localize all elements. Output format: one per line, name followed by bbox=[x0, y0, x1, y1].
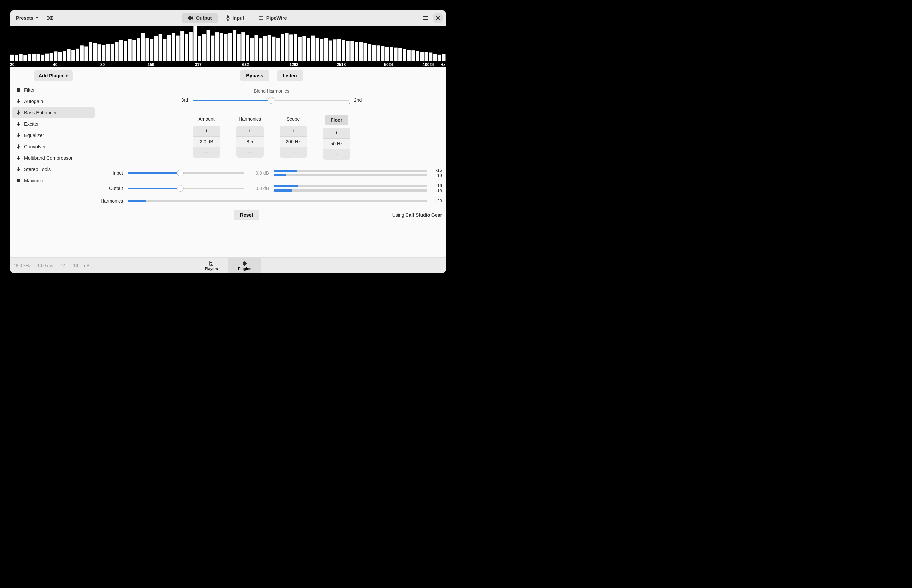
svg-rect-44 bbox=[193, 26, 197, 61]
add-plugin-wrap: Add Plugin bbox=[10, 70, 97, 84]
amount-minus-button[interactable]: − bbox=[193, 147, 220, 158]
titlebar-right bbox=[420, 13, 443, 23]
shuffle-icon bbox=[47, 16, 53, 20]
bypass-button[interactable]: Bypass bbox=[240, 70, 270, 81]
pipewire-icon bbox=[258, 16, 264, 20]
blend-slider[interactable]: 0 bbox=[193, 95, 349, 105]
output-gain-slider[interactable] bbox=[128, 185, 244, 192]
sidebar: Add Plugin FilterAutogainBass EnhancerEx… bbox=[10, 67, 97, 257]
amount-plus-button[interactable]: + bbox=[193, 126, 220, 136]
svg-rect-77 bbox=[337, 39, 341, 61]
sidebar-item-convolver[interactable]: Convolver bbox=[12, 141, 95, 152]
svg-rect-5 bbox=[23, 55, 27, 61]
amount-value[interactable]: 2.0 dB bbox=[193, 136, 220, 147]
plugin-item-label: Multiband Compressor bbox=[24, 155, 73, 161]
scope-plus-button[interactable]: + bbox=[280, 126, 307, 136]
sidebar-item-equalizer[interactable]: Equalizer bbox=[12, 130, 95, 141]
input-gain-slider[interactable] bbox=[128, 170, 244, 176]
svg-rect-76 bbox=[333, 39, 337, 61]
svg-rect-67 bbox=[294, 34, 297, 61]
harmonics-minus-button[interactable]: − bbox=[236, 147, 264, 158]
tab-input[interactable]: Input bbox=[220, 13, 250, 23]
scope-stepper-control: + 200 Hz − bbox=[280, 126, 307, 158]
plugin-list: FilterAutogainBass EnhancerExciterEquali… bbox=[10, 84, 97, 186]
blend-right-label: 2nd bbox=[354, 97, 362, 103]
svg-rect-69 bbox=[302, 36, 306, 61]
blend-fill bbox=[193, 100, 271, 101]
footer-tab-plugins[interactable]: Plugins bbox=[228, 258, 261, 273]
floor-label[interactable]: Floor bbox=[324, 115, 348, 125]
presets-button[interactable]: Presets bbox=[13, 13, 42, 23]
floor-minus-button[interactable]: − bbox=[323, 149, 350, 160]
shuffle-button[interactable] bbox=[45, 14, 55, 22]
harmonics-meter-row: Harmonics -23 bbox=[97, 198, 442, 204]
titlebar-tabs: Output Input PipeWire bbox=[55, 13, 420, 23]
status-samplerate: 48.0 kHz bbox=[13, 263, 31, 268]
sidebar-item-maximizer[interactable]: Maximizer bbox=[12, 175, 95, 186]
amount-label: Amount bbox=[196, 115, 217, 123]
svg-rect-54 bbox=[237, 34, 241, 61]
svg-rect-27 bbox=[119, 40, 123, 61]
floor-plus-button[interactable]: + bbox=[323, 128, 350, 138]
sidebar-item-exciter[interactable]: Exciter bbox=[12, 118, 95, 130]
amount-stepper: Amount + 2.0 dB − bbox=[193, 115, 220, 160]
sidebar-item-stereo-tools[interactable]: Stereo Tools bbox=[12, 164, 95, 175]
app-window: Presets Output Input PipeWire bbox=[10, 10, 446, 273]
listen-button[interactable]: Listen bbox=[277, 70, 303, 81]
svg-rect-46 bbox=[202, 34, 206, 61]
sidebar-item-autogain[interactable]: Autogain bbox=[12, 96, 95, 107]
svg-rect-34 bbox=[150, 39, 154, 61]
svg-rect-74 bbox=[324, 38, 328, 61]
svg-rect-92 bbox=[403, 49, 406, 61]
svg-rect-102 bbox=[17, 88, 20, 92]
input-gain-thumb[interactable] bbox=[177, 170, 184, 176]
spectrum-analyzer: 20408015931763212622518502410024Hz bbox=[10, 26, 446, 67]
add-plugin-button[interactable]: Add Plugin bbox=[34, 70, 73, 81]
output-gain-value: 0.0 dB bbox=[249, 186, 269, 191]
svg-rect-30 bbox=[132, 40, 136, 61]
blend-thumb[interactable] bbox=[268, 97, 274, 104]
footer-tab-players[interactable]: Players bbox=[195, 258, 228, 273]
svg-rect-71 bbox=[312, 36, 315, 61]
svg-rect-106 bbox=[210, 262, 212, 263]
svg-rect-21 bbox=[93, 43, 97, 61]
svg-rect-58 bbox=[254, 35, 258, 62]
output-label: Output bbox=[97, 186, 123, 191]
svg-rect-11 bbox=[50, 53, 53, 61]
square-icon bbox=[16, 88, 21, 92]
sidebar-item-multiband-compressor[interactable]: Multiband Compressor bbox=[12, 152, 95, 164]
output-meter-row: Output 0.0 dB -16 -18 bbox=[97, 183, 442, 194]
plugin-item-label: Exciter bbox=[24, 121, 39, 127]
close-button[interactable] bbox=[433, 13, 443, 23]
svg-rect-89 bbox=[390, 47, 393, 61]
harmonics-level-value: -23 bbox=[432, 198, 442, 204]
tab-output[interactable]: Output bbox=[182, 13, 218, 23]
svg-rect-17 bbox=[76, 48, 79, 61]
scope-value[interactable]: 200 Hz bbox=[280, 136, 307, 147]
input-gain-value: 0.0 dB bbox=[249, 170, 269, 176]
svg-rect-60 bbox=[263, 36, 267, 61]
tab-pipewire[interactable]: PipeWire bbox=[252, 13, 293, 23]
svg-rect-37 bbox=[163, 39, 167, 61]
speaker-icon bbox=[188, 16, 193, 20]
scope-minus-button[interactable]: − bbox=[280, 147, 307, 158]
harmonics-value[interactable]: 8.5 bbox=[236, 136, 264, 147]
harmonics-plus-button[interactable]: + bbox=[236, 126, 264, 136]
svg-rect-87 bbox=[381, 46, 385, 61]
down-icon bbox=[16, 133, 21, 138]
sidebar-item-bass-enhancer[interactable]: Bass Enhancer bbox=[12, 107, 95, 118]
svg-rect-56 bbox=[246, 35, 249, 62]
reset-button[interactable]: Reset bbox=[234, 210, 259, 220]
knob-row: Amount + 2.0 dB − Harmonics + 8.5 − Scop… bbox=[97, 115, 446, 160]
status-level-r: -16 bbox=[72, 263, 78, 268]
floor-value[interactable]: 50 Hz bbox=[323, 138, 350, 149]
svg-rect-35 bbox=[154, 36, 158, 61]
sidebar-item-filter[interactable]: Filter bbox=[12, 84, 95, 96]
svg-point-105 bbox=[211, 264, 212, 265]
menu-button[interactable] bbox=[420, 13, 431, 23]
output-gain-thumb[interactable] bbox=[177, 185, 184, 192]
down-icon bbox=[16, 99, 21, 104]
plugin-item-label: Maximizer bbox=[24, 178, 46, 183]
scope-stepper: Scope + 200 Hz − bbox=[280, 115, 307, 160]
svg-rect-63 bbox=[276, 38, 280, 61]
